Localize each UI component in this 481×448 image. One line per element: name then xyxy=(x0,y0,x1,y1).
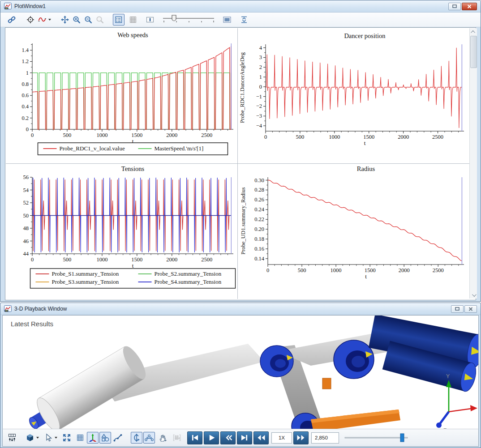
svg-text:0: 0 xyxy=(26,126,29,132)
legend-toggle-icon[interactable] xyxy=(113,14,125,26)
svg-text:0.30: 0.30 xyxy=(254,177,264,183)
faster-button[interactable] xyxy=(293,431,309,444)
zoom-out-icon[interactable] xyxy=(82,14,94,26)
chart-web-speeds[interactable]: Web speeds0500100015002000250000.20.40.6… xyxy=(6,28,237,163)
svg-text:2500: 2500 xyxy=(433,267,444,273)
cursor-values-icon[interactable] xyxy=(221,14,233,26)
spin-icon[interactable] xyxy=(131,432,142,444)
curve-style-icon[interactable] xyxy=(36,14,48,26)
legend-entry: Probe_S4.summary_Tension xyxy=(155,278,222,285)
svg-text:−3: −3 xyxy=(256,113,262,119)
axis-label-z: Z xyxy=(443,427,447,429)
scroll-thumb[interactable] xyxy=(470,36,477,68)
dropdown-caret-icon[interactable] xyxy=(55,437,57,439)
plot-client-area: Web speeds0500100015002000250000.20.40.6… xyxy=(5,27,476,300)
svg-text:2000: 2000 xyxy=(166,132,177,138)
svg-text:−2: −2 xyxy=(256,103,262,109)
probe-time-slider[interactable] xyxy=(160,14,217,25)
svg-text:0.16: 0.16 xyxy=(254,246,264,252)
x-axis-label: t xyxy=(364,140,366,146)
svg-text:1.2: 1.2 xyxy=(21,58,29,64)
fit-view-icon[interactable] xyxy=(61,432,73,444)
svg-text:0.14: 0.14 xyxy=(254,256,265,262)
shapes-icon[interactable] xyxy=(99,432,111,444)
chart-radius[interactable]: Radius050010001500200025000.140.160.180.… xyxy=(238,164,469,299)
svg-text:2500: 2500 xyxy=(201,132,212,138)
link-icon[interactable] xyxy=(6,14,17,26)
cube-icon[interactable] xyxy=(24,432,36,444)
point-probe-icon[interactable] xyxy=(25,14,36,26)
svg-text:500: 500 xyxy=(63,132,72,138)
probe-cursor-icon[interactable] xyxy=(144,14,156,26)
zoom-reset-icon xyxy=(94,14,106,26)
pan-icon[interactable] xyxy=(59,14,71,26)
close-button[interactable] xyxy=(462,3,477,10)
y-axis-label: Probe_RDC1.DancerAngleDeg xyxy=(239,52,245,123)
svg-text:1500: 1500 xyxy=(363,134,374,140)
y-axis-label: Probe_UD1.summary_Radius xyxy=(240,187,246,254)
play-button[interactable] xyxy=(204,431,219,444)
fit-vertical-icon[interactable] xyxy=(238,14,250,26)
grid-toggle-icon[interactable] xyxy=(127,14,139,26)
skip-end-button[interactable] xyxy=(237,431,252,444)
svg-text:0: 0 xyxy=(259,84,262,90)
chart-dancer-position[interactable]: Dancer position05001000150020002500−4−3−… xyxy=(238,28,469,163)
svg-text:500: 500 xyxy=(63,256,72,263)
restore-button[interactable] xyxy=(451,305,464,313)
scroll-down-arrow[interactable] xyxy=(470,291,477,299)
svg-text:0.18: 0.18 xyxy=(254,236,264,242)
svg-text:1.4: 1.4 xyxy=(21,47,29,53)
svg-text:48: 48 xyxy=(23,225,29,231)
select-arrow-icon[interactable] xyxy=(43,432,54,444)
svg-text:0: 0 xyxy=(266,267,269,273)
chart-legend: Probe_S1.summary_TensionProbe_S2.summary… xyxy=(30,269,236,288)
slower-button[interactable] xyxy=(253,431,269,444)
svg-text:44: 44 xyxy=(23,251,29,257)
svg-text:−1: −1 xyxy=(256,94,262,100)
svg-text:2500: 2500 xyxy=(432,134,443,140)
maplesim-app-icon xyxy=(4,3,12,10)
svg-text:500: 500 xyxy=(296,134,305,140)
legend-entry: MasterSpeed.'m/s'[1] xyxy=(155,145,204,152)
dropdown-caret-icon[interactable] xyxy=(48,19,51,21)
play-back-button[interactable] xyxy=(220,431,236,444)
svg-text:1000: 1000 xyxy=(96,132,107,138)
svg-text:2000: 2000 xyxy=(166,256,177,263)
legend-entry: Probe_S2.summary_Tension xyxy=(155,270,222,277)
svg-text:0.4: 0.4 xyxy=(21,103,29,110)
time-field[interactable]: 2,850 xyxy=(311,432,339,444)
svg-text:2000: 2000 xyxy=(399,267,410,273)
chart-tensions[interactable]: Tensions05001000150020002500444648505254… xyxy=(6,164,237,299)
playback-window: 3-D Playback Window Latest Results xyxy=(0,303,481,448)
svg-text:0.6: 0.6 xyxy=(21,92,29,98)
zoom-in-icon[interactable] xyxy=(71,14,82,26)
playback-time-slider[interactable] xyxy=(343,431,410,444)
scroll-up-arrow[interactable] xyxy=(470,28,477,35)
plot-window: PlotWindow1 Web speeds050010001500200025… xyxy=(0,0,481,302)
playback-window-titlebar[interactable]: 3-D Playback Window xyxy=(0,303,481,315)
chart-legend: Probe_RDC1_v_local.valueMasterSpeed.'m/s… xyxy=(38,143,228,155)
svg-text:0: 0 xyxy=(264,134,267,140)
playback-window-buttons xyxy=(451,305,477,313)
speed-display: 1X xyxy=(271,432,292,444)
orbit-icon[interactable] xyxy=(143,432,155,444)
skip-start-button[interactable] xyxy=(187,431,202,444)
playback-params-icon[interactable] xyxy=(6,432,18,444)
close-button[interactable] xyxy=(464,305,477,313)
playback-toolbar: 1X2,850 xyxy=(2,429,479,447)
plot-window-titlebar[interactable]: PlotWindow1 xyxy=(0,0,481,13)
dropdown-caret-icon[interactable] xyxy=(36,437,39,439)
grid3d-icon[interactable] xyxy=(74,432,86,444)
triad-icon[interactable] xyxy=(87,432,99,444)
restore-button[interactable] xyxy=(448,3,461,10)
axis-label-y: Y xyxy=(446,373,450,380)
pan-hand-icon[interactable] xyxy=(157,432,168,444)
trace-icon[interactable] xyxy=(112,432,124,444)
playback-viewport[interactable]: Latest Results xyxy=(2,315,479,429)
vertical-scrollbar[interactable] xyxy=(469,28,477,299)
svg-text:3: 3 xyxy=(259,54,262,60)
svg-text:2: 2 xyxy=(259,64,262,70)
chart-svg-dancer-position: Dancer position05001000150020002500−4−3−… xyxy=(238,28,469,163)
svg-text:0.28: 0.28 xyxy=(254,187,264,193)
legend-entry: Probe_S1.summary_Tension xyxy=(52,270,119,277)
